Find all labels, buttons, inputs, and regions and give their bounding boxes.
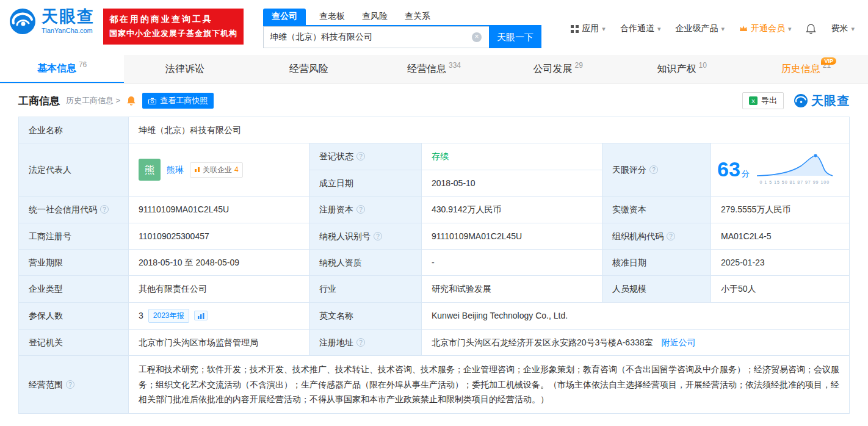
tianyancha-logo[interactable]: 天眼查 TianYanCha.com bbox=[9, 7, 95, 35]
registered-capital-label: 注册资本? bbox=[309, 197, 422, 223]
nav-apps[interactable]: 应用 ▾ bbox=[571, 23, 606, 34]
tab-basic-info[interactable]: 基本信息 76 bbox=[0, 55, 124, 83]
business-snapshot-button[interactable]: 查看工商快照 bbox=[142, 93, 214, 109]
history-business-info-link[interactable]: 历史工商信息 > bbox=[66, 95, 120, 106]
tab-operating-risk[interactable]: 经营风险 bbox=[248, 55, 372, 83]
related-companies-badge[interactable]: 关联企业 4 bbox=[190, 162, 243, 178]
table-row: 企业名称 坤维（北京）科技有限公司 bbox=[19, 117, 850, 143]
annual-report-link[interactable]: 2023年报 bbox=[148, 309, 189, 323]
nav-apps-label: 应用 bbox=[582, 23, 599, 34]
snapshot-button-label: 查看工商快照 bbox=[160, 95, 208, 106]
industry-value: 研究和试验发展 bbox=[422, 276, 602, 302]
top-nav: 应用 ▾ 合作通道 ▾ 企业级产品 ▾ 开通会员 ▾ 费米 ▾ bbox=[571, 23, 855, 34]
top-header: 天眼查 TianYanCha.com 都在用的商业查询工具 国家中小企业发展子基… bbox=[0, 0, 868, 55]
related-companies-label: 关联企业 bbox=[203, 164, 232, 176]
table-row: 经营范围? 工程和技术研究；软件开发；技术开发、技术推广、技术转让、技术咨询、技… bbox=[19, 356, 850, 414]
search-tab-risk[interactable]: 查风险 bbox=[362, 9, 388, 25]
section-title: 工商信息 bbox=[18, 94, 60, 108]
english-name-value: Kunwei Beijing Technology Co., Ltd. bbox=[422, 302, 850, 329]
promo-line1: 都在用的商业查询工具 bbox=[109, 14, 237, 25]
camera-icon bbox=[148, 98, 156, 104]
insured-count-label: 参保人数 bbox=[19, 302, 129, 329]
brand-domain: TianYanCha.com bbox=[42, 27, 95, 34]
tab-history-info[interactable]: 历史信息 21 VIP bbox=[744, 55, 868, 83]
table-row: 营业期限 2018-05-10 至 2048-05-09 纳税人资质 - 核准日… bbox=[19, 249, 850, 275]
nearby-companies-link[interactable]: 附近公司 bbox=[661, 338, 695, 347]
notification-bell[interactable] bbox=[806, 24, 816, 34]
reminder-bell-icon[interactable] bbox=[126, 96, 136, 106]
search-button[interactable]: 天眼一下 bbox=[489, 26, 541, 48]
help-icon[interactable]: ? bbox=[100, 205, 109, 214]
tianyancha-logo-icon bbox=[9, 7, 37, 35]
score-number: 63 bbox=[717, 157, 740, 181]
watermark-brand-name: 天眼查 bbox=[811, 93, 850, 109]
export-button[interactable]: X 导出 bbox=[742, 92, 784, 109]
search-tab-relation[interactable]: 查关系 bbox=[405, 9, 430, 25]
section-header-right: X 导出 天眼查 bbox=[742, 92, 850, 109]
help-icon[interactable]: ? bbox=[356, 338, 365, 347]
export-button-label: 导出 bbox=[761, 95, 777, 106]
avatar[interactable]: 熊 bbox=[139, 159, 161, 181]
related-companies-count: 4 bbox=[234, 164, 239, 176]
tab-business-info[interactable]: 经营信息 334 bbox=[372, 55, 496, 83]
tab-intellectual-property[interactable]: 知识产权 10 bbox=[620, 55, 744, 83]
promo-banner: 都在用的商业查询工具 国家中小企业发展子基金旗下机构 bbox=[103, 9, 244, 45]
brand-name: 天眼查 bbox=[42, 9, 95, 25]
tab-legal-proceedings[interactable]: 法律诉讼 bbox=[124, 55, 248, 83]
business-info-table: 企业名称 坤维（北京）科技有限公司 法定代表人 熊 熊琳 关联企业 4 登记状态… bbox=[18, 117, 850, 414]
tab-label: 公司发展 bbox=[533, 63, 572, 76]
table-row: 法定代表人 熊 熊琳 关联企业 4 登记状态? 存续 天眼评分? bbox=[19, 143, 850, 170]
insured-count-value: 3 bbox=[139, 309, 143, 322]
svg-text:X: X bbox=[751, 98, 755, 104]
nav-membership-label: 开通会员 bbox=[751, 23, 785, 34]
legal-rep-name-link[interactable]: 熊琳 bbox=[167, 163, 184, 176]
clear-icon[interactable]: × bbox=[472, 32, 482, 42]
taxpayer-id-label: 纳税人识别号? bbox=[309, 223, 422, 249]
business-term-value: 2018-05-10 至 2048-05-09 bbox=[129, 249, 309, 275]
business-term-label: 营业期限 bbox=[19, 249, 129, 275]
nav-user[interactable]: 费米 ▾ bbox=[831, 23, 855, 34]
tab-company-development[interactable]: 公司发展 29 bbox=[496, 55, 620, 83]
registration-status-value: 存续 bbox=[422, 143, 602, 170]
registration-number-value: 110109025300457 bbox=[129, 223, 309, 249]
help-icon[interactable]: ? bbox=[374, 232, 382, 240]
vip-badge: VIP bbox=[821, 57, 836, 65]
tianyan-score-cell: 63分 0 1 5 15 50 81 87 97 99 100 bbox=[711, 143, 850, 197]
status-badge: 存续 bbox=[432, 151, 449, 161]
help-icon[interactable]: ? bbox=[667, 232, 675, 240]
table-row: 统一社会信用代码? 91110109MA01C2L45U 注册资本? 430.9… bbox=[19, 197, 850, 223]
search-tab-boss[interactable]: 查老板 bbox=[319, 9, 345, 25]
business-scope-value: 工程和技术研究；软件开发；技术开发、技术推广、技术转让、技术咨询、技术服务；企业… bbox=[139, 362, 839, 407]
taxpayer-id-value: 91110109MA01C2L45U bbox=[422, 223, 602, 249]
nav-cooperation-label: 合作通道 bbox=[620, 23, 654, 34]
table-row: 企业类型 其他有限责任公司 行业 研究和试验发展 人员规模 小于50人 bbox=[19, 276, 850, 302]
taxpayer-quality-label: 纳税人资质 bbox=[309, 249, 422, 275]
nav-user-label: 费米 bbox=[831, 23, 848, 34]
registration-status-label: 登记状态? bbox=[309, 143, 422, 170]
tab-label: 历史信息 bbox=[781, 63, 820, 76]
nav-membership[interactable]: 开通会员 ▾ bbox=[739, 23, 792, 34]
label-text: 登记状态 bbox=[319, 151, 353, 161]
excel-icon: X bbox=[749, 96, 758, 105]
nav-cooperation[interactable]: 合作通道 ▾ bbox=[620, 23, 661, 34]
score-value: 63分 bbox=[717, 159, 750, 181]
score-axis-ticks: 0 1 5 15 50 81 87 97 99 100 bbox=[760, 179, 830, 186]
chevron-down-icon: ▾ bbox=[657, 25, 661, 33]
credit-code-label: 统一社会信用代码? bbox=[19, 197, 129, 223]
help-icon[interactable]: ? bbox=[356, 205, 365, 214]
help-icon[interactable]: ? bbox=[66, 380, 74, 389]
help-icon[interactable]: ? bbox=[649, 165, 658, 174]
search-tab-company[interactable]: 查公司 bbox=[263, 9, 306, 25]
search-box: × 天眼一下 bbox=[263, 26, 541, 48]
table-row: 参保人数 3 2023年报 英文名称 Kunwei Beijing Techno… bbox=[19, 302, 850, 329]
registered-address-label: 注册地址? bbox=[309, 329, 422, 355]
help-icon[interactable]: ? bbox=[356, 152, 365, 161]
grid-icon bbox=[571, 25, 579, 33]
org-code-value: MA01C2L4-5 bbox=[711, 223, 850, 249]
crown-icon bbox=[739, 25, 748, 32]
search-input[interactable] bbox=[263, 26, 489, 48]
insured-trend-chart-button[interactable] bbox=[194, 311, 208, 320]
table-row: 登记机关 北京市门头沟区市场监督管理局 注册地址? 北京市门头沟区石龙经济开发区… bbox=[19, 329, 850, 355]
nav-enterprise-products[interactable]: 企业级产品 ▾ bbox=[675, 23, 725, 34]
credit-code-value: 91110109MA01C2L45U bbox=[129, 197, 309, 223]
